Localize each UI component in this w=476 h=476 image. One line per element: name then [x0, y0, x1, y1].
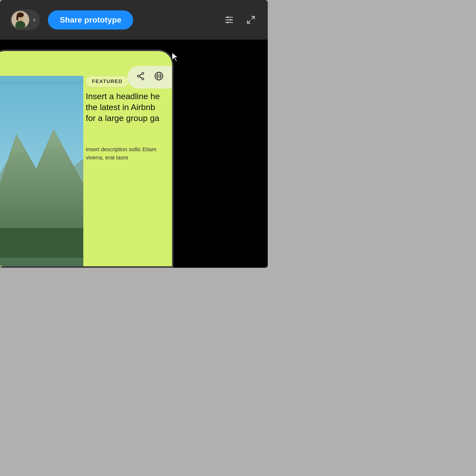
- svg-point-15: [142, 78, 144, 80]
- svg-point-18: [140, 74, 141, 76]
- featured-label: FEATURED: [92, 79, 122, 84]
- expand-icon: [246, 15, 256, 25]
- share-prototype-button[interactable]: Share prototype: [48, 10, 133, 30]
- featured-image: [0, 76, 83, 266]
- settings-button[interactable]: [222, 13, 236, 27]
- canvas: FEATURED Insert a headline he the latest…: [0, 40, 268, 268]
- globe-icon: [154, 71, 164, 84]
- svg-point-4: [16, 15, 18, 21]
- sliders-icon: [224, 15, 234, 25]
- svg-point-13: [137, 75, 139, 77]
- featured-badge: FEATURED: [86, 76, 129, 87]
- description-text: Insert description sollic Etiam viverra,…: [86, 145, 162, 162]
- svg-point-8: [227, 16, 229, 18]
- svg-point-19: [140, 77, 141, 78]
- topbar: ∨ Share prototype: [0, 0, 268, 40]
- device-frame: FEATURED Insert a headline he the latest…: [0, 50, 174, 268]
- network-icon: [135, 71, 146, 84]
- fullscreen-button[interactable]: [244, 13, 258, 27]
- chevron-down-icon: ∨: [33, 17, 36, 23]
- svg-point-9: [230, 19, 231, 21]
- share-button-label: Share prototype: [60, 15, 121, 24]
- svg-rect-26: [0, 228, 83, 258]
- device-screen: FEATURED Insert a headline he the latest…: [0, 51, 172, 266]
- app-toolbar: [127, 66, 172, 89]
- avatar: [11, 11, 29, 29]
- headline-text: Insert a headline he the latest in Airbn…: [86, 91, 162, 124]
- user-avatar-button[interactable]: ∨: [10, 9, 40, 30]
- app-container: ∨ Share prototype: [0, 0, 268, 268]
- svg-point-14: [142, 72, 144, 74]
- svg-point-10: [227, 22, 229, 23]
